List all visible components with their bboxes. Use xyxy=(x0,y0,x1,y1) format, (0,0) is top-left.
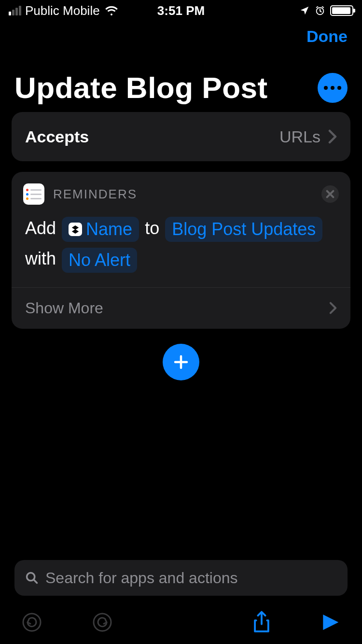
accepts-label: Accepts xyxy=(25,127,279,146)
variable-token-name[interactable]: Name xyxy=(62,217,139,242)
more-options-button[interactable] xyxy=(318,73,348,103)
search-icon xyxy=(25,571,39,585)
carrier-label: Public Mobile xyxy=(25,3,100,18)
alarm-icon xyxy=(315,5,325,16)
show-more-label: Show More xyxy=(25,299,103,317)
run-button[interactable] xyxy=(318,610,343,635)
svg-point-3 xyxy=(94,614,111,631)
done-button[interactable]: Done xyxy=(306,27,348,45)
page-title: Update Blog Post xyxy=(14,70,318,105)
action-word-add: Add xyxy=(25,218,56,238)
redo-button[interactable] xyxy=(90,610,115,635)
bottom-toolbar xyxy=(0,601,362,644)
cellular-signal-icon xyxy=(9,6,21,15)
shortcut-input-icon xyxy=(69,223,82,236)
location-icon xyxy=(299,5,310,16)
undo-button[interactable] xyxy=(19,610,44,635)
chevron-right-icon xyxy=(329,302,337,314)
alert-token[interactable]: No Alert xyxy=(62,248,137,273)
accepts-row[interactable]: Accepts URLs xyxy=(12,112,350,161)
add-action-button[interactable] xyxy=(163,344,199,380)
list-token[interactable]: Blog Post Updates xyxy=(165,217,322,242)
share-button[interactable] xyxy=(249,610,274,635)
battery-icon xyxy=(330,5,353,16)
status-bar: Public Mobile 3:51 PM xyxy=(0,0,362,21)
chevron-right-icon xyxy=(328,129,337,144)
reminders-app-icon xyxy=(23,183,44,205)
search-placeholder: Search for apps and actions xyxy=(45,569,237,587)
remove-action-button[interactable] xyxy=(321,185,339,203)
action-word-to: to xyxy=(145,218,159,238)
show-more-button[interactable]: Show More xyxy=(12,288,350,329)
search-input[interactable]: Search for apps and actions xyxy=(14,560,348,596)
status-time: 3:51 PM xyxy=(157,3,205,18)
action-app-label: REMINDERS xyxy=(53,187,321,202)
accepts-value: URLs xyxy=(279,127,320,146)
svg-point-2 xyxy=(23,614,41,631)
wifi-icon xyxy=(105,5,118,16)
action-description: Add Name to Blog Post Updates with No Al… xyxy=(12,211,350,287)
action-card: REMINDERS Add Name to Blog Post Updates … xyxy=(12,172,350,329)
action-word-with: with xyxy=(25,249,56,268)
